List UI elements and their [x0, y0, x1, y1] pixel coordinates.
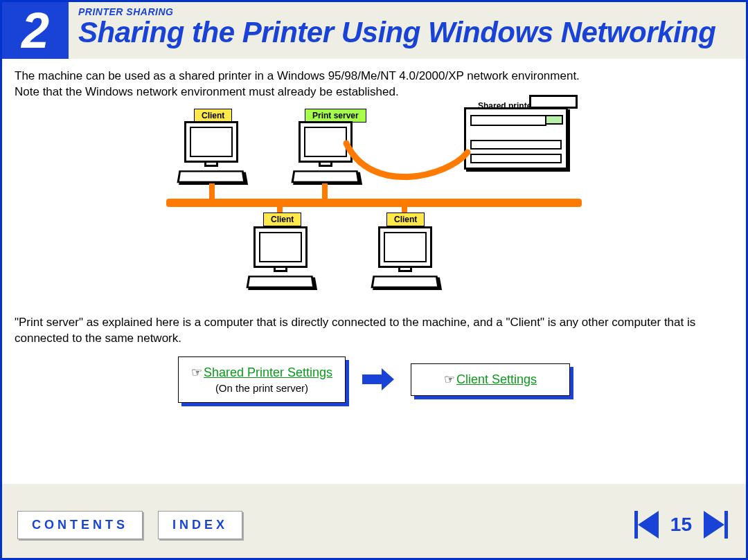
footer-bar: CONTENTS INDEX 15	[2, 491, 746, 558]
label-client-bottom-left: Client	[263, 213, 301, 226]
chapter-number: 2	[2, 2, 69, 59]
intro-line-1: The machine can be used as a shared prin…	[15, 69, 733, 84]
title-block: PRINTER SHARING Sharing the Printer Usin…	[69, 2, 746, 59]
page-number: 15	[670, 514, 692, 536]
client-pc-2	[242, 226, 319, 289]
index-button[interactable]: INDEX	[158, 511, 242, 539]
printer-cable	[343, 140, 481, 188]
page-title: Sharing the Printer Using Windows Networ…	[78, 17, 746, 48]
shared-printer-settings-link[interactable]: Shared Printer Settings	[204, 365, 332, 379]
client-pc-3	[367, 226, 443, 289]
pointing-hand-icon: ☞	[444, 372, 455, 386]
drop-1	[209, 183, 215, 200]
arrow-right-icon	[362, 368, 394, 390]
network-diagram: Client Print server Shared printer	[166, 109, 582, 302]
prev-page-button[interactable]	[632, 509, 662, 540]
link-boxes-row: ☞Shared Printer Settings (On the print s…	[15, 356, 733, 403]
explanation-text: "Print server" as explained here is a co…	[15, 315, 733, 347]
contents-button[interactable]: CONTENTS	[17, 511, 143, 539]
body-content: The machine can be used as a shared prin…	[2, 59, 746, 484]
label-client-bottom-right: Client	[386, 213, 425, 226]
next-page-button[interactable]	[700, 509, 731, 540]
client-pc-1	[173, 121, 249, 184]
shared-printer-settings-sub: (On the print server)	[191, 381, 332, 395]
drop-2	[322, 183, 328, 200]
chapter-header: 2 PRINTER SHARING Sharing the Printer Us…	[2, 2, 746, 59]
intro-line-2: Note that the Windows network environmen…	[15, 84, 733, 100]
page-frame: 2 PRINTER SHARING Sharing the Printer Us…	[0, 0, 748, 560]
shared-printer-settings-box[interactable]: ☞Shared Printer Settings (On the print s…	[178, 356, 346, 403]
client-settings-link[interactable]: Client Settings	[456, 372, 537, 386]
pointing-hand-icon: ☞	[191, 365, 202, 379]
client-settings-box[interactable]: ☞Client Settings	[411, 363, 570, 396]
network-bus	[166, 199, 582, 207]
